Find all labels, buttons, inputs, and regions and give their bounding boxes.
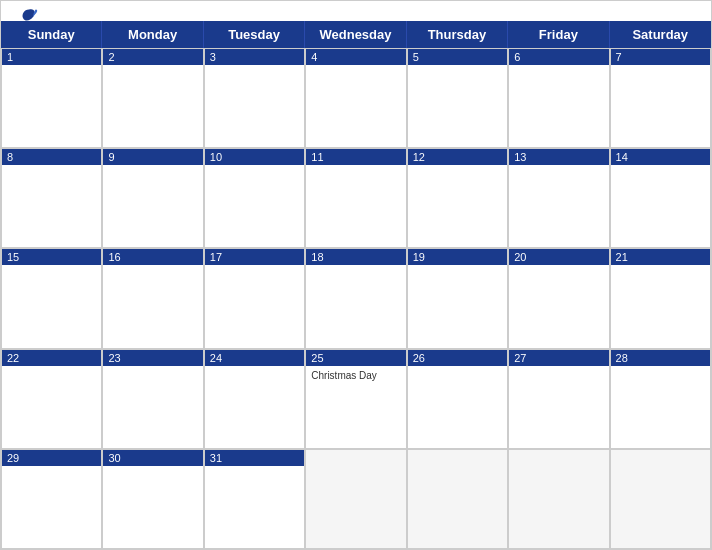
calendar-cell: 11 [305, 148, 406, 248]
calendar-cell [610, 449, 711, 549]
calendar-cell: 13 [508, 148, 609, 248]
calendar-cell: 30 [102, 449, 203, 549]
day-header-wednesday: Wednesday [305, 21, 406, 48]
cell-date-number: 12 [408, 149, 507, 165]
cell-date-number: 22 [2, 350, 101, 366]
cell-date-number: 24 [205, 350, 304, 366]
cell-date-number: 28 [611, 350, 710, 366]
calendar-cell [508, 449, 609, 549]
day-header-thursday: Thursday [407, 21, 508, 48]
calendar-cell: 7 [610, 48, 711, 148]
cell-date-number: 31 [205, 450, 304, 466]
calendar-cell: 4 [305, 48, 406, 148]
calendar-cell: 29 [1, 449, 102, 549]
cell-date-number: 11 [306, 149, 405, 165]
calendar-cell: 20 [508, 248, 609, 348]
day-header-monday: Monday [102, 21, 203, 48]
calendar-cell: 28 [610, 349, 711, 449]
calendar-cell: 25Christmas Day [305, 349, 406, 449]
cell-date-number: 20 [509, 249, 608, 265]
calendar-cell: 12 [407, 148, 508, 248]
calendar-cell: 10 [204, 148, 305, 248]
calendar-cell: 21 [610, 248, 711, 348]
cell-date-number: 19 [408, 249, 507, 265]
calendar-header [1, 1, 711, 21]
calendar-cell: 1 [1, 48, 102, 148]
calendar-cell: 19 [407, 248, 508, 348]
cell-date-number: 30 [103, 450, 202, 466]
cell-date-number: 17 [205, 249, 304, 265]
calendar-cell: 3 [204, 48, 305, 148]
calendar-cell: 26 [407, 349, 508, 449]
calendar-grid: 1234567891011121314151617181920212223242… [1, 48, 711, 549]
day-header-friday: Friday [508, 21, 609, 48]
cell-event: Christmas Day [311, 370, 400, 381]
calendar-cell: 2 [102, 48, 203, 148]
cell-date-number: 5 [408, 49, 507, 65]
calendar-cell: 16 [102, 248, 203, 348]
cell-date-number: 25 [306, 350, 405, 366]
calendar-cell: 15 [1, 248, 102, 348]
calendar-cell: 31 [204, 449, 305, 549]
cell-date-number: 14 [611, 149, 710, 165]
cell-date-number: 4 [306, 49, 405, 65]
cell-date-number: 26 [408, 350, 507, 366]
cell-date-number: 3 [205, 49, 304, 65]
cell-date-number: 18 [306, 249, 405, 265]
day-header-tuesday: Tuesday [204, 21, 305, 48]
calendar-cell: 8 [1, 148, 102, 248]
cell-date-number: 7 [611, 49, 710, 65]
cell-date-number: 27 [509, 350, 608, 366]
calendar-cell: 27 [508, 349, 609, 449]
calendar-cell: 6 [508, 48, 609, 148]
calendar-cell: 23 [102, 349, 203, 449]
cell-date-number: 10 [205, 149, 304, 165]
calendar-container: Sunday Monday Tuesday Wednesday Thursday… [0, 0, 712, 550]
cell-date-number: 21 [611, 249, 710, 265]
calendar-cell: 17 [204, 248, 305, 348]
logo-bird-icon [19, 7, 39, 27]
calendar-cell: 18 [305, 248, 406, 348]
cell-date-number: 8 [2, 149, 101, 165]
cell-date-number: 13 [509, 149, 608, 165]
cell-date-number: 6 [509, 49, 608, 65]
calendar-cell [305, 449, 406, 549]
day-header-sunday: Sunday [1, 21, 102, 48]
cell-date-number: 23 [103, 350, 202, 366]
day-header-saturday: Saturday [610, 21, 711, 48]
day-headers: Sunday Monday Tuesday Wednesday Thursday… [1, 21, 711, 48]
cell-date-number: 1 [2, 49, 101, 65]
calendar-cell: 14 [610, 148, 711, 248]
calendar-cell: 5 [407, 48, 508, 148]
calendar-cell: 24 [204, 349, 305, 449]
cell-date-number: 29 [2, 450, 101, 466]
cell-date-number: 15 [2, 249, 101, 265]
calendar-cell: 22 [1, 349, 102, 449]
calendar-cell: 9 [102, 148, 203, 248]
cell-date-number: 16 [103, 249, 202, 265]
cell-date-number: 2 [103, 49, 202, 65]
calendar-cell [407, 449, 508, 549]
cell-date-number: 9 [103, 149, 202, 165]
